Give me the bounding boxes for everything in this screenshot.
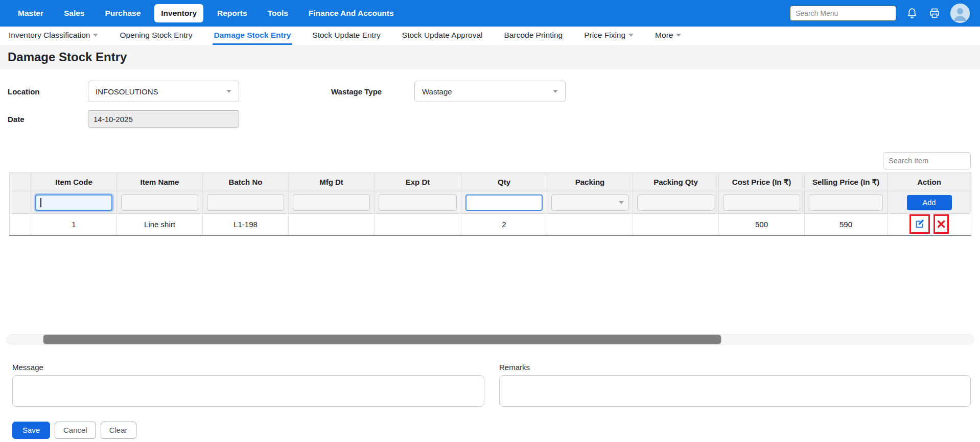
damage-items-table: Item Code Item Name Batch No Mfg Dt Exp …: [9, 173, 971, 236]
menu-item-master[interactable]: Master: [11, 4, 50, 22]
date-label: Date: [8, 115, 88, 124]
cell-qty: 2: [461, 214, 547, 235]
tab-stock-update-approval[interactable]: Stock Update Approval: [401, 27, 484, 45]
mfg-dt-input[interactable]: [293, 194, 370, 211]
page-title-band: Damage Stock Entry: [0, 45, 980, 69]
col-item-name: Item Name: [117, 173, 203, 191]
col-action: Action: [888, 173, 971, 191]
printer-icon[interactable]: [928, 7, 941, 20]
tab-label: Damage Stock Entry: [214, 31, 291, 40]
selling-price-input[interactable]: [809, 194, 883, 211]
cost-price-input[interactable]: [723, 194, 800, 211]
cell-cost-price: 500: [719, 214, 805, 235]
cell-selling-price: 590: [805, 214, 888, 235]
text-cursor: [40, 198, 41, 207]
notification-bell-icon[interactable]: [905, 7, 919, 20]
col-item-code: Item Code: [31, 173, 117, 191]
edit-button[interactable]: [909, 214, 930, 234]
location-select[interactable]: INFOSOLUTIONS: [88, 81, 239, 102]
cell-packing-qty: [633, 214, 719, 235]
cell-item-name: Line shirt: [117, 214, 203, 235]
col-batch-no: Batch No: [203, 173, 289, 191]
tab-barcode-printing[interactable]: Barcode Printing: [503, 27, 565, 45]
search-item-box: [883, 152, 971, 169]
chevron-down-icon: [628, 34, 634, 37]
tab-label: More: [655, 31, 673, 40]
cancel-button[interactable]: Cancel: [55, 422, 96, 439]
date-field[interactable]: [88, 110, 239, 128]
exp-dt-input[interactable]: [379, 194, 457, 211]
qty-input[interactable]: [465, 194, 543, 211]
tab-label: Stock Update Approval: [402, 31, 483, 40]
edit-icon: [914, 218, 925, 230]
chevron-down-icon: [676, 34, 681, 37]
row-actions: [888, 214, 971, 234]
inventory-sub-navigation: Inventory Classification Opening Stock E…: [0, 27, 980, 45]
tab-damage-stock-entry[interactable]: Damage Stock Entry: [213, 27, 293, 45]
col-row-select: [10, 173, 31, 191]
main-menu: Master Sales Purchase Inventory Reports …: [11, 4, 401, 22]
col-selling-price: Selling Price (In ₹): [805, 173, 888, 191]
search-item-input[interactable]: [889, 157, 980, 165]
topbar-right-controls: [790, 4, 970, 23]
menu-item-inventory[interactable]: Inventory: [154, 4, 203, 22]
tab-label: Barcode Printing: [504, 31, 563, 40]
batch-no-input[interactable]: [207, 194, 284, 211]
user-avatar[interactable]: [950, 4, 970, 23]
horizontal-scrollbar-thumb[interactable]: [43, 335, 721, 344]
wastage-type-value: Wastage: [422, 87, 452, 96]
tab-price-fixing[interactable]: Price Fixing: [582, 27, 635, 45]
delete-button[interactable]: [934, 214, 949, 234]
row-select-cell: [10, 214, 31, 235]
col-qty: Qty: [461, 173, 547, 191]
chevron-down-icon: [553, 90, 558, 93]
cell-item-code: 1: [31, 214, 117, 235]
menu-item-sales[interactable]: Sales: [57, 4, 91, 22]
remarks-label: Remarks: [499, 363, 971, 372]
packing-qty-input[interactable]: [637, 194, 714, 211]
row-select-cell: [10, 191, 31, 214]
add-button[interactable]: Add: [907, 195, 952, 210]
form-action-buttons: Save Cancel Clear: [0, 422, 980, 439]
tab-more[interactable]: More: [654, 27, 683, 45]
packing-select[interactable]: [551, 194, 628, 211]
cell-batch-no: L1-198: [203, 214, 289, 235]
menu-item-purchase[interactable]: Purchase: [98, 4, 147, 22]
cell-packing: [547, 214, 633, 235]
table-header-row: Item Code Item Name Batch No Mfg Dt Exp …: [10, 173, 971, 191]
menu-item-tools[interactable]: Tools: [261, 4, 295, 22]
message-label: Message: [12, 363, 484, 372]
col-cost-price: Cost Price (In ₹): [719, 173, 805, 191]
tab-inventory-classification[interactable]: Inventory Classification: [7, 27, 100, 45]
chevron-down-icon: [619, 201, 624, 204]
tab-label: Price Fixing: [584, 31, 625, 40]
cell-exp-dt: [375, 214, 461, 235]
menu-item-reports[interactable]: Reports: [211, 4, 254, 22]
clear-button[interactable]: Clear: [101, 422, 136, 439]
message-remarks-section: Message Remarks: [0, 363, 980, 409]
location-value: INFOSOLUTIONS: [96, 87, 158, 96]
chevron-down-icon: [226, 90, 231, 93]
col-exp-dt: Exp Dt: [375, 173, 461, 191]
location-label: Location: [8, 87, 88, 96]
item-code-input[interactable]: [35, 194, 112, 211]
item-name-input[interactable]: [121, 194, 198, 211]
tab-opening-stock-entry[interactable]: Opening Stock Entry: [118, 27, 194, 45]
message-field[interactable]: [12, 375, 484, 407]
menu-item-finance-and-accounts[interactable]: Finance And Accounts: [302, 4, 401, 22]
items-table-section: Item Code Item Name Batch No Mfg Dt Exp …: [9, 152, 971, 236]
col-mfg-dt: Mfg Dt: [289, 173, 375, 191]
wastage-type-label: Wastage Type: [331, 87, 414, 96]
remarks-field[interactable]: [499, 375, 971, 407]
horizontal-scrollbar-track[interactable]: [6, 334, 974, 345]
delete-x-icon: [937, 220, 945, 228]
search-menu-input[interactable]: [790, 6, 896, 21]
chevron-down-icon: [93, 34, 98, 37]
save-button[interactable]: Save: [12, 422, 50, 439]
top-navigation-bar: Master Sales Purchase Inventory Reports …: [0, 0, 980, 27]
new-item-input-row: Add: [10, 191, 971, 214]
wastage-type-select[interactable]: Wastage: [414, 81, 566, 102]
tab-label: Opening Stock Entry: [120, 31, 192, 40]
entry-form: Location INFOSOLUTIONS Wastage Type Wast…: [0, 69, 980, 128]
tab-stock-update-entry[interactable]: Stock Update Entry: [311, 27, 382, 45]
